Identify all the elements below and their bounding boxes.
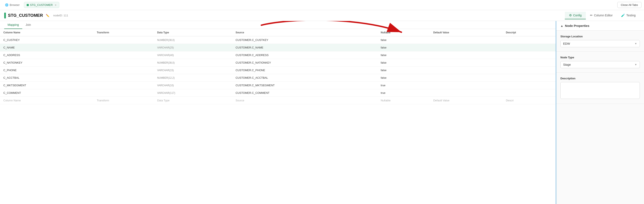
table-cell <box>502 82 556 89</box>
node-type-label: Node Type <box>560 56 640 59</box>
col-header-description: Descript <box>502 29 556 36</box>
node-header: STG_CUSTOMER ✏️ nodeID: 111 ⚙ Config ✏ C… <box>0 10 644 21</box>
table-cell: VARCHAR(117) <box>154 89 232 97</box>
table-row[interactable]: C_CUSTKEYNUMBER(38,0)CUSTOMER.C_CUSTKEYf… <box>0 36 556 44</box>
tab-join[interactable]: Join <box>22 21 34 29</box>
col-header-column-name: Column Name <box>0 29 94 36</box>
table-cell: false <box>377 74 430 82</box>
table-cell <box>430 36 503 44</box>
tab-config[interactable]: ⚙ Config <box>565 12 586 19</box>
table-cell: VARCHAR(25) <box>154 44 232 51</box>
table-cell <box>94 59 154 66</box>
testing-tab-label: Testing <box>626 14 636 17</box>
table-cell: NUMBER(12,2) <box>154 74 232 82</box>
table-cell <box>502 89 556 97</box>
table-cell: false <box>377 51 430 59</box>
mapping-table: Column Name Transform Data Type Source N… <box>0 29 556 104</box>
table-cell: C_ADDRESS <box>0 51 94 59</box>
table-cell: false <box>377 66 430 74</box>
table-row[interactable]: C_NATIONKEYNUMBER(38,0)CUSTOMER.C_NATION… <box>0 59 556 66</box>
tab-column-editor[interactable]: ✏ Column Editor <box>586 12 617 19</box>
table-cell: false <box>377 36 430 44</box>
table-cell: C_ACCTBAL <box>0 74 94 82</box>
node-type-chevron: ▼ <box>634 63 637 66</box>
join-tab-label: Join <box>26 23 31 26</box>
browser-tab-label: Browser <box>10 3 20 6</box>
table-cell: VARCHAR(40) <box>154 51 232 59</box>
node-type-select[interactable]: Stage ▼ <box>560 61 640 68</box>
column-editor-tab-label: Column Editor <box>594 14 613 17</box>
table-cell: CUSTOMER.C_COMMENT <box>232 89 377 97</box>
col-header-source: Source <box>232 29 377 36</box>
col-header-data-type: Data Type <box>154 29 232 36</box>
table-empty-row[interactable]: Column NameTransformData TypeSourceNulla… <box>0 97 556 104</box>
edit-icon[interactable]: ✏️ <box>46 14 49 17</box>
close-all-tabs-button[interactable]: Close All Tabs <box>617 2 642 8</box>
table-row[interactable]: C_NAMEVARCHAR(25)CUSTOMER.C_NAMEfalse <box>0 44 556 51</box>
stg-customer-tab[interactable]: STG_CUSTOMER × <box>24 2 59 8</box>
storage-location-chevron: ▼ <box>634 42 637 45</box>
left-panel: Mapping Join Column Name Transform Data … <box>0 21 556 204</box>
table-cell <box>502 44 556 51</box>
mapping-tab-label: Mapping <box>8 23 19 26</box>
table-body: C_CUSTKEYNUMBER(38,0)CUSTOMER.C_CUSTKEYf… <box>0 36 556 104</box>
table-cell <box>94 51 154 59</box>
table-cell <box>94 36 154 44</box>
table-cell: CUSTOMER.C_ACCTBAL <box>232 74 377 82</box>
table-cell: true <box>377 89 430 97</box>
col-header-default-value: Default Value <box>430 29 503 36</box>
tab-close-button[interactable]: × <box>55 3 56 6</box>
table-placeholder-cell: Column Name <box>0 97 94 104</box>
table-cell: CUSTOMER.C_ADDRESS <box>232 51 377 59</box>
right-panel: ▲ Node Properties Storage Location EDW ▼… <box>556 21 644 204</box>
table-row[interactable]: C_ADDRESSVARCHAR(40)CUSTOMER.C_ADDRESSfa… <box>0 51 556 59</box>
stg-customer-tab-icon <box>27 4 29 6</box>
tab-testing[interactable]: 🧪 Testing <box>617 12 640 19</box>
col-header-transform: Transform <box>94 29 154 36</box>
table-cell <box>94 44 154 51</box>
table-placeholder-cell: Default Value <box>430 97 503 104</box>
table-header-row: Column Name Transform Data Type Source N… <box>0 29 556 36</box>
table-cell <box>430 89 503 97</box>
panel-header: ▲ Node Properties <box>556 21 644 31</box>
table-cell: false <box>377 59 430 66</box>
table-cell: VARCHAR(10) <box>154 82 232 89</box>
col-header-nullable: Nullable <box>377 29 430 36</box>
table-row[interactable]: C_MKTSEGMENTVARCHAR(10)CUSTOMER.C_MKTSEG… <box>0 82 556 89</box>
description-input[interactable] <box>560 82 640 99</box>
description-section: Description <box>556 73 644 104</box>
table-cell <box>430 82 503 89</box>
table-cell: C_CUSTKEY <box>0 36 94 44</box>
storage-location-select[interactable]: EDW ▼ <box>560 40 640 47</box>
table-cell: C_COMMENT <box>0 89 94 97</box>
browser-icon: 🌐 <box>5 3 8 6</box>
table-cell: false <box>377 44 430 51</box>
table-row[interactable]: C_ACCTBALNUMBER(12,2)CUSTOMER.C_ACCTBALf… <box>0 74 556 82</box>
table-cell <box>430 66 503 74</box>
chevron-up-icon[interactable]: ▲ <box>560 24 563 27</box>
table-placeholder-cell: Transform <box>94 97 154 104</box>
description-label: Description <box>560 77 640 80</box>
table-cell <box>502 36 556 44</box>
table-cell: C_PHONE <box>0 66 94 74</box>
table-cell <box>94 89 154 97</box>
node-id: nodeID: 111 <box>53 14 68 17</box>
table-cell: true <box>377 82 430 89</box>
testing-icon: 🧪 <box>621 13 625 17</box>
table-cell <box>94 74 154 82</box>
table-cell <box>430 44 503 51</box>
stg-customer-tab-label: STG_CUSTOMER <box>30 3 53 6</box>
column-editor-icon: ✏ <box>590 13 593 17</box>
table-cell <box>502 74 556 82</box>
toolbar-tabs: ⚙ Config ✏ Column Editor 🧪 Testing <box>565 12 640 19</box>
table-row[interactable]: C_COMMENTVARCHAR(117)CUSTOMER.C_COMMENTt… <box>0 89 556 97</box>
table-cell: VARCHAR(15) <box>154 66 232 74</box>
table-row[interactable]: C_PHONEVARCHAR(15)CUSTOMER.C_PHONEfalse <box>0 66 556 74</box>
table-placeholder-cell: Descri <box>502 97 556 104</box>
panel-header-title: Node Properties <box>565 24 590 27</box>
table-cell: CUSTOMER.C_NAME <box>232 44 377 51</box>
table-cell <box>502 59 556 66</box>
node-title: STG_CUSTOMER <box>8 13 43 18</box>
tab-mapping[interactable]: Mapping <box>4 21 22 29</box>
browser-tab[interactable]: 🌐 Browser <box>2 2 22 8</box>
